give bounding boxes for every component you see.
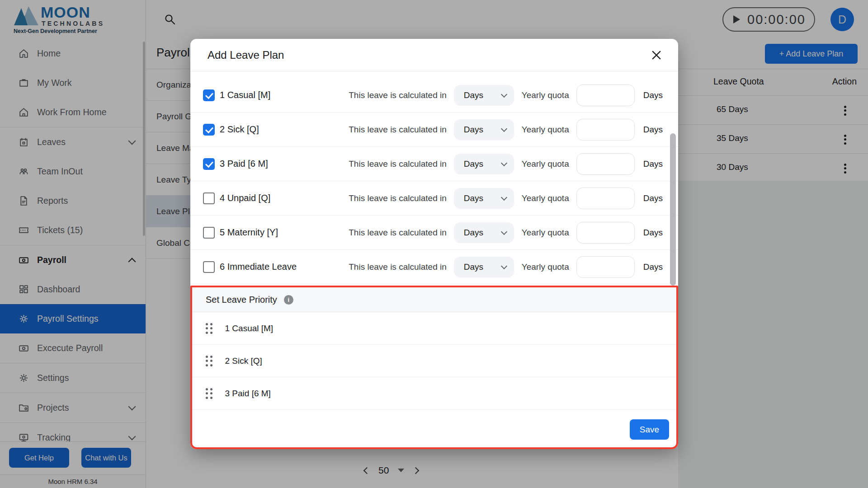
drag-handle-icon[interactable] (206, 388, 212, 399)
leave-type-row: 1 Casual [M] This leave is calculated in… (190, 78, 678, 113)
priority-title: Set Leave Priority (206, 295, 277, 305)
drag-handle-icon[interactable] (206, 323, 212, 334)
yearly-quota-input[interactable] (576, 84, 635, 106)
leave-type-row: 5 Maternity [Y] This leave is calculated… (190, 216, 678, 250)
modal-header: Add Leave Plan (190, 39, 678, 71)
leave-type-list: 1 Casual [M] This leave is calculated in… (190, 72, 678, 286)
yearly-quota-input[interactable] (576, 188, 635, 209)
chevron-down-icon (501, 125, 507, 131)
chevron-down-icon (501, 194, 507, 200)
chevron-down-icon (501, 160, 507, 166)
unit-select[interactable]: Days (454, 188, 514, 209)
modal-title: Add Leave Plan (208, 49, 284, 61)
leave-type-row: 4 Unpaid [Q] This leave is calculated in… (190, 181, 678, 216)
checkbox-checked[interactable] (203, 124, 215, 136)
priority-header: Set Leave Priority i (192, 287, 676, 312)
leave-type-row: 6 Immediate Leave This leave is calculat… (190, 250, 678, 284)
chevron-down-icon (501, 263, 507, 269)
chevron-down-icon (501, 91, 507, 97)
drag-handle-icon[interactable] (206, 356, 212, 366)
yearly-quota-input[interactable] (576, 119, 635, 141)
yearly-quota-input[interactable] (576, 222, 635, 244)
info-icon[interactable]: i (284, 295, 293, 305)
unit-select[interactable]: Days (454, 257, 514, 277)
close-icon[interactable] (650, 49, 663, 61)
yearly-quota-input[interactable] (576, 256, 635, 278)
leave-type-row: 2 Sick [Q] This leave is calculated in D… (190, 113, 678, 147)
priority-row: 2 Sick [Q] (192, 345, 676, 377)
checkbox-unchecked[interactable] (203, 192, 215, 204)
leave-type-row: 3 Paid [6 M] This leave is calculated in… (190, 147, 678, 181)
unit-select[interactable]: Days (454, 154, 514, 174)
unit-select[interactable]: Days (454, 85, 514, 106)
unit-select[interactable]: Days (454, 119, 514, 140)
save-button[interactable]: Save (630, 419, 669, 440)
checkbox-checked[interactable] (203, 158, 215, 170)
unit-select[interactable]: Days (454, 222, 514, 243)
priority-row: 1 Casual [M] (192, 312, 676, 345)
add-leave-plan-modal: Add Leave Plan 1 Casual [M] This leave i… (190, 39, 678, 449)
modal-scrollbar[interactable] (670, 133, 676, 286)
checkbox-checked[interactable] (203, 89, 215, 101)
set-leave-priority-section: Set Leave Priority i 1 Casual [M] 2 Sick… (190, 286, 678, 449)
chevron-down-icon (501, 228, 507, 235)
checkbox-unchecked[interactable] (203, 227, 215, 239)
checkbox-unchecked[interactable] (203, 261, 215, 273)
app-window: 00:00:00 D MOON TECHNOLABS Next-Gen Deve… (0, 0, 868, 488)
priority-row: 3 Paid [6 M] (192, 377, 676, 410)
yearly-quota-input[interactable] (576, 153, 635, 175)
